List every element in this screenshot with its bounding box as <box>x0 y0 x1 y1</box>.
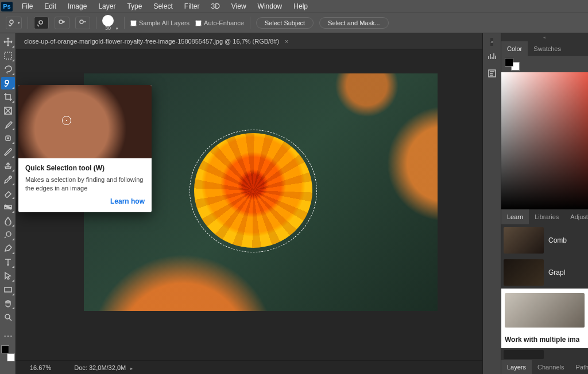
menu-type[interactable]: Type <box>121 1 148 12</box>
pen-tool[interactable] <box>1 242 15 255</box>
tab-channels[interactable]: Channels <box>532 360 570 374</box>
tools-panel: ⋯ <box>0 33 16 374</box>
auto-enhance-checkbox[interactable]: Auto-Enhance <box>195 20 244 26</box>
menu-layer[interactable]: Layer <box>92 1 121 12</box>
frame-tool[interactable] <box>1 104 15 117</box>
mode-add-selection[interactable] <box>55 17 69 29</box>
brush-tool[interactable] <box>1 146 15 158</box>
svg-point-1 <box>39 21 42 24</box>
learn-label: Grapl <box>548 268 565 276</box>
panel-fg-color[interactable] <box>505 58 513 67</box>
hand-tool[interactable] <box>1 297 15 310</box>
eyedropper-tool[interactable] <box>1 118 15 131</box>
tab-libraries[interactable]: Libraries <box>529 209 564 224</box>
learn-panel-tabs: Learn Libraries Adjustmen <box>501 209 588 224</box>
menu-view[interactable]: View <box>226 1 252 12</box>
select-and-mask-button[interactable]: Select and Mask... <box>319 17 389 29</box>
crop-tool[interactable] <box>1 91 15 103</box>
svg-point-5 <box>5 80 9 84</box>
tab-adjustments[interactable]: Adjustmen <box>564 209 588 224</box>
spot-healing-tool[interactable] <box>1 132 15 145</box>
marquee-tool[interactable] <box>1 49 15 62</box>
histogram-icon[interactable] <box>485 49 499 63</box>
doc-size[interactable]: Doc: 32,0M/32,0M <box>74 364 133 371</box>
menu-filter[interactable]: Filter <box>179 1 206 12</box>
learn-thumb <box>504 259 544 286</box>
panel-expand-icon[interactable]: « <box>490 38 493 46</box>
blur-tool[interactable] <box>1 215 15 227</box>
edit-toolbar[interactable]: ⋯ <box>1 329 15 342</box>
status-bar: 16.67% Doc: 32,0M/32,0M <box>16 360 482 374</box>
history-brush-tool[interactable] <box>1 173 15 186</box>
color-picker[interactable] <box>501 72 588 209</box>
close-tab-icon[interactable]: × <box>285 38 288 45</box>
type-tool[interactable] <box>1 256 15 268</box>
panel-collapse-icon[interactable]: « <box>501 33 588 41</box>
learn-item[interactable]: Comb <box>501 224 588 256</box>
current-tool-icon[interactable]: ▾ <box>6 17 22 29</box>
collapsed-panel-strip: « <box>482 33 501 374</box>
svg-point-8 <box>9 176 11 178</box>
separator <box>124 17 125 29</box>
tooltip-preview-image <box>18 85 152 158</box>
menu-select[interactable]: Select <box>148 1 178 12</box>
tab-learn[interactable]: Learn <box>501 209 529 224</box>
menu-3d[interactable]: 3D <box>205 1 225 12</box>
options-bar: ▾ 30 ▾ Sample All Layers Auto-Enhance Se… <box>0 13 588 33</box>
select-subject-button[interactable]: Select Subject <box>256 17 314 29</box>
dodge-tool[interactable] <box>1 228 15 241</box>
panel-fgbg-swatch[interactable] <box>505 58 520 71</box>
mode-subtract-selection[interactable] <box>75 17 90 29</box>
svg-point-12 <box>5 314 10 319</box>
svg-rect-4 <box>5 52 11 59</box>
tool-tooltip-card: Quick Selection tool (W) Makes a selecti… <box>18 85 152 212</box>
quick-selection-tool[interactable] <box>1 77 15 89</box>
eraser-tool[interactable] <box>1 187 15 200</box>
menu-file[interactable]: File <box>16 1 38 12</box>
document-tab[interactable]: close-up-of-orange-marigold-flower-royal… <box>21 38 292 45</box>
auto-enhance-label: Auto-Enhance <box>204 20 244 26</box>
gradient-tool[interactable] <box>1 201 15 213</box>
foreground-color[interactable] <box>1 345 9 353</box>
learn-item[interactable] <box>501 349 588 360</box>
zoom-level[interactable]: 16.67% <box>30 364 51 371</box>
svg-point-0 <box>10 20 13 24</box>
tab-swatches[interactable]: Swatches <box>528 41 567 56</box>
brush-preview[interactable]: 30 ▾ <box>102 15 118 31</box>
properties-icon[interactable] <box>485 67 499 80</box>
move-tool[interactable] <box>1 36 15 48</box>
sample-all-layers-checkbox[interactable]: Sample All Layers <box>130 20 189 26</box>
image-subject <box>194 133 312 248</box>
learn-label: Comb <box>548 236 567 244</box>
svg-rect-11 <box>5 287 11 292</box>
path-selection-tool[interactable] <box>1 270 15 282</box>
zoom-tool[interactable] <box>1 311 15 324</box>
document-tab-title: close-up-of-orange-marigold-flower-royal… <box>24 38 279 45</box>
brush-size-value: 30 <box>105 25 111 31</box>
separator <box>28 17 28 29</box>
menu-window[interactable]: Window <box>252 1 288 12</box>
tooltip-description: Makes a selection by finding and followi… <box>25 176 145 193</box>
menu-image[interactable]: Image <box>62 1 92 12</box>
clone-stamp-tool[interactable] <box>1 159 15 172</box>
learn-thumb <box>504 350 544 359</box>
learn-items-list: Comb Grapl Work with multiple ima <box>501 224 588 360</box>
color-swatch-row <box>501 56 588 72</box>
foreground-background-swatch[interactable] <box>1 345 15 361</box>
menu-help[interactable]: Help <box>288 1 314 12</box>
tab-color[interactable]: Color <box>501 41 528 56</box>
tab-paths[interactable]: Paths <box>570 360 588 374</box>
sample-all-layers-label: Sample All Layers <box>139 20 189 26</box>
svg-point-2 <box>59 20 63 24</box>
mode-new-selection[interactable] <box>34 17 49 29</box>
menu-edit[interactable]: Edit <box>38 1 62 12</box>
learn-item-featured[interactable]: Work with multiple ima <box>501 289 588 349</box>
canvas[interactable]: Quick Selection tool (W) Makes a selecti… <box>16 49 482 360</box>
color-panel-tabs: Color Swatches <box>501 41 588 56</box>
learn-item[interactable]: Grapl <box>501 256 588 289</box>
tab-layers[interactable]: Layers <box>501 360 532 374</box>
tooltip-learn-link[interactable]: Learn how <box>25 197 145 205</box>
rectangle-tool[interactable] <box>1 283 15 296</box>
background-color[interactable] <box>7 353 15 361</box>
lasso-tool[interactable] <box>1 63 15 76</box>
